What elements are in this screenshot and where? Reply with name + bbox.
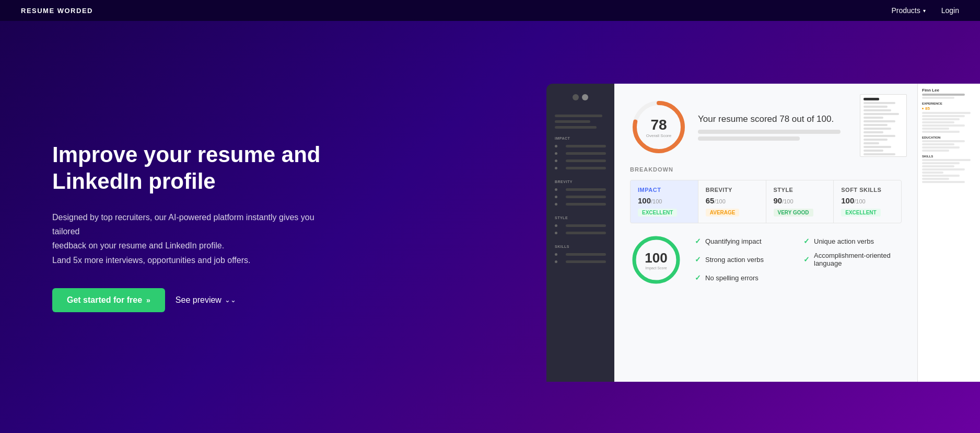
check-icon: ✓ xyxy=(695,237,701,245)
score-number: 78 Overall Score xyxy=(646,117,671,138)
hero-buttons: Get started for free » See preview ⌄⌄ xyxy=(52,288,449,312)
bt-col-soft-skills: SOFT SKILLS 100/100 EXCELLENT xyxy=(834,180,901,223)
sp-circle-1 xyxy=(573,94,579,100)
login-button[interactable]: Login xyxy=(941,6,959,15)
navbar: RESUME WORDED Products ▾ Login xyxy=(0,0,980,21)
resume-side-panel: Finn Lee EXPERIENCE 85 EDUCATION SKILLS xyxy=(917,84,980,382)
products-menu[interactable]: Products ▾ xyxy=(891,6,925,15)
hero-preview: IMPACT BREVITY STYLE SKILLS xyxy=(546,21,980,433)
sp-header xyxy=(551,90,610,105)
chevron-down-icon: ▾ xyxy=(923,8,926,14)
check-icon: ✓ xyxy=(803,255,810,264)
see-preview-button[interactable]: See preview ⌄⌄ xyxy=(176,295,236,305)
checklist: ✓ Quantifying impact ✓ Unique action ver… xyxy=(695,234,902,282)
check-item: ✓ Accomplishment-oriented language xyxy=(803,252,902,267)
impact-number: 100 Impact Score xyxy=(645,250,667,270)
check-text: Quantifying impact xyxy=(705,237,762,245)
hero-title: Improve your resume and LinkedIn profile xyxy=(52,142,324,195)
breakdown-label: BREAKDOWN xyxy=(630,166,902,173)
sp-bar xyxy=(555,126,597,129)
check-text: Accomplishment-oriented language xyxy=(814,252,902,267)
resume-thumbnail xyxy=(860,94,907,157)
sp-section-impact: IMPACT xyxy=(551,136,610,173)
impact-section: 100 Impact Score ✓ Quantifying impact ✓ … xyxy=(630,234,902,286)
check-icon: ✓ xyxy=(695,255,701,264)
hero-left: Improve your resume and LinkedIn profile… xyxy=(0,142,449,312)
score-panel: 78 Overall Score Your resume scored 78 o… xyxy=(614,84,917,382)
sp-section-brevity: BREVITY xyxy=(551,180,610,209)
bt-col-style: STYLE 90/100 VERY GOOD xyxy=(766,180,834,223)
sp-bar xyxy=(555,115,602,117)
impact-score-circle: 100 Impact Score xyxy=(630,234,682,286)
breakdown-table: IMPACT 100/100 EXCELLENT BREVITY 65/100 … xyxy=(630,180,902,223)
sp-section-label: SKILLS xyxy=(551,245,610,248)
sp-section-label: IMPACT xyxy=(551,136,610,140)
sp-bar xyxy=(555,120,590,123)
nav-logo: RESUME WORDED xyxy=(21,7,93,15)
check-item: ✓ Quantifying impact xyxy=(695,237,793,245)
chevron-double-icon: ⌄⌄ xyxy=(225,296,236,304)
check-text: No spelling errors xyxy=(705,274,759,282)
check-icon: ✓ xyxy=(695,274,701,282)
check-text: Unique action verbs xyxy=(814,237,874,245)
get-started-button[interactable]: Get started for free » xyxy=(52,288,165,312)
check-item: ✓ No spelling errors xyxy=(695,274,793,282)
check-text: Strong action verbs xyxy=(705,256,764,264)
hero-description: Designed by top recruiters, our AI-power… xyxy=(52,210,324,267)
sp-section-label: BREVITY xyxy=(551,180,610,184)
check-item: ✓ Strong action verbs xyxy=(695,252,793,267)
arrows-icon: » xyxy=(146,296,150,304)
overall-score-circle: 78 Overall Score xyxy=(630,98,687,156)
sp-section-skills: SKILLS xyxy=(551,245,610,266)
nav-right: Products ▾ Login xyxy=(891,6,959,15)
sp-section-label: STYLE xyxy=(551,216,610,220)
sp-circle-2 xyxy=(582,94,588,100)
check-item: ✓ Unique action verbs xyxy=(803,237,902,245)
hero-section: Improve your resume and LinkedIn profile… xyxy=(0,21,980,433)
check-icon: ✓ xyxy=(803,237,810,245)
sidebar-panel: IMPACT BREVITY STYLE SKILLS xyxy=(546,84,614,382)
bt-col-impact: IMPACT 100/100 EXCELLENT xyxy=(631,180,698,223)
sp-section-style: STYLE xyxy=(551,216,610,237)
bt-col-brevity: BREVITY 65/100 AVERAGE xyxy=(698,180,766,223)
